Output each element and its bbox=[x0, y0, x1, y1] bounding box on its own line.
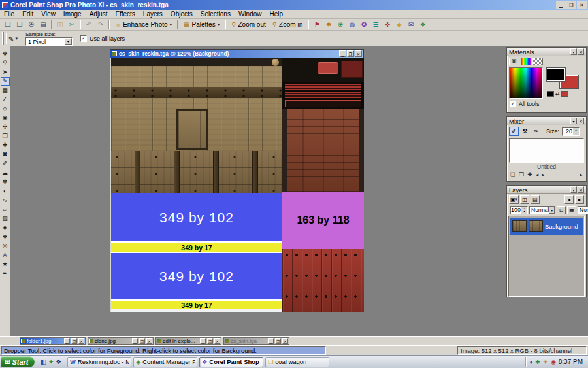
sample-size-select[interactable]: 1 Pixel ▾ bbox=[25, 37, 73, 46]
materials-panel-menu-button[interactable]: ▾ bbox=[570, 48, 577, 55]
materials-rainbow-tab[interactable] bbox=[521, 58, 531, 65]
open-icon[interactable]: ❐ bbox=[14, 20, 25, 30]
document-canvas[interactable]: 349 by 102 349 by 17 349 by 102 349 by 1… bbox=[111, 58, 364, 312]
toolbar-icon-10[interactable]: ❖ bbox=[417, 20, 429, 30]
mixer-canvas[interactable] bbox=[509, 138, 584, 163]
menu-objects[interactable]: Objects bbox=[167, 10, 197, 18]
pan-tool[interactable]: ✥ bbox=[1, 50, 10, 58]
materials-frame-tab[interactable]: ▣ bbox=[509, 58, 519, 65]
layers-next-button[interactable]: ▸ bbox=[575, 195, 584, 204]
dropper-tool[interactable]: ✎ bbox=[1, 77, 10, 86]
use-all-layers-checkbox[interactable]: ✓ Use all layers bbox=[80, 35, 125, 42]
undo-icon[interactable]: ↶ bbox=[83, 20, 95, 30]
task-button-paint-shop-pro[interactable]: ❖ Corel Paint Shop Pro ... bbox=[199, 357, 263, 367]
mixer-prev-icon[interactable]: ◂ bbox=[536, 171, 539, 178]
preset-shape-tool[interactable]: ★ bbox=[1, 260, 10, 269]
layers-panel-menu-button[interactable]: ▾ bbox=[570, 186, 577, 193]
background-eraser-tool[interactable]: ▨ bbox=[1, 214, 10, 223]
layer-opacity-stepper[interactable]: 100 ▴ ▾ bbox=[510, 206, 528, 214]
toolbar-icon-4[interactable]: ◍ bbox=[346, 20, 358, 30]
all-tools-checkbox[interactable]: ✓ bbox=[510, 101, 516, 107]
doc-tab-close-button[interactable]: ✕ bbox=[78, 338, 84, 344]
start-button[interactable]: ⊞ Start bbox=[1, 356, 35, 367]
doc-tab-minimize-button[interactable]: ▁ bbox=[200, 338, 206, 344]
menu-view[interactable]: View bbox=[37, 10, 59, 18]
doc-tab-folder1[interactable]: folder1.jpg ▁ ❐ ✕ bbox=[20, 337, 86, 345]
mixer-knife-tool[interactable]: ⚒ bbox=[520, 127, 530, 136]
mixer-add-icon[interactable]: ✚ bbox=[527, 171, 532, 178]
doc-tab-close-button[interactable]: ✕ bbox=[214, 338, 220, 344]
toolbar-icon-3[interactable]: ❀ bbox=[335, 20, 346, 30]
red-eye-tool[interactable]: ◉ bbox=[1, 114, 10, 122]
doc-tab-clone[interactable]: clone.jpg ▁ ❐ ✕ bbox=[88, 337, 154, 345]
menu-selections[interactable]: Selections bbox=[197, 10, 235, 18]
doc-tab-edit-in-explorer[interactable]: edit in explo... ▁ ❐ ✕ bbox=[155, 337, 221, 345]
perspective-tool[interactable]: ◇ bbox=[1, 105, 10, 113]
layers-prev-button[interactable]: ◂ bbox=[564, 195, 574, 204]
background-material-swatch[interactable] bbox=[561, 91, 568, 97]
crop-tool[interactable]: ▦ bbox=[1, 86, 10, 95]
lock-transparency-icon[interactable]: ⊡ bbox=[557, 206, 566, 214]
swap-colors-icon[interactable]: ⇄ bbox=[555, 91, 560, 97]
warp-brush-tool[interactable]: ✾ bbox=[1, 178, 10, 186]
new-icon[interactable]: ❏ bbox=[2, 20, 14, 30]
doc-tab-close-button[interactable]: ✕ bbox=[146, 338, 152, 344]
layers-panel-header[interactable]: Layers ▾ ✕ bbox=[507, 186, 586, 194]
scratch-remover-tool[interactable]: ✚ bbox=[1, 141, 10, 150]
doc-tab-minimize-button[interactable]: ▁ bbox=[132, 338, 138, 344]
stepper-down-icon[interactable]: ▾ bbox=[573, 131, 579, 135]
toolbar-icon-6[interactable]: ☰ bbox=[370, 20, 382, 30]
menu-adjust[interactable]: Adjust bbox=[86, 10, 112, 18]
menu-edit[interactable]: Edit bbox=[18, 10, 37, 18]
layers-edit-button[interactable]: ▤ bbox=[531, 195, 540, 204]
tray-icon-4[interactable]: ◉ bbox=[551, 359, 556, 365]
quick-launch-icon-3[interactable]: ❖ bbox=[56, 358, 61, 365]
blend-mode-select[interactable]: Normal ▾ bbox=[529, 206, 555, 214]
document-close-button[interactable]: ✕ bbox=[355, 50, 362, 57]
browse-icon[interactable]: ◫ bbox=[54, 20, 66, 30]
enhance-photo-button[interactable]: ☼ Enhance Photo ▾ bbox=[112, 20, 175, 30]
doc-tab-restore-button[interactable]: ❐ bbox=[275, 338, 281, 344]
object-remover-tool[interactable]: ✖ bbox=[1, 150, 10, 159]
tray-icon-3[interactable]: ☀ bbox=[543, 359, 548, 365]
restore-button[interactable]: ❐ bbox=[566, 1, 576, 9]
flood-fill-tool[interactable]: ◈ bbox=[1, 224, 10, 232]
toolbar-icon-8[interactable]: ◆ bbox=[393, 20, 405, 30]
mixer-new-page-icon[interactable]: ❏ bbox=[510, 171, 515, 178]
zoom-tool[interactable]: ⚲ bbox=[1, 59, 10, 67]
toolbar-icon-1[interactable]: ⚑ bbox=[311, 20, 323, 30]
palettes-button[interactable]: ▦ Palettes ▾ bbox=[180, 20, 223, 30]
doc-tab-minimize-button[interactable]: ▁ bbox=[268, 338, 274, 344]
mixer-panel-menu-button[interactable]: ▾ bbox=[570, 118, 577, 124]
tray-icon-2[interactable]: ✚ bbox=[535, 359, 540, 365]
toolbar-icon-2[interactable]: ✸ bbox=[323, 20, 335, 30]
mixer-panel-close-button[interactable]: ✕ bbox=[578, 118, 584, 124]
doc-tab-restore-button[interactable]: ❐ bbox=[71, 338, 77, 344]
quick-launch-icon-1[interactable]: ◧ bbox=[40, 358, 46, 365]
zoom-out-button[interactable]: ⚲ Zoom out bbox=[228, 20, 269, 30]
save-icon[interactable]: ✇ bbox=[25, 20, 37, 30]
scan-icon[interactable]: ✄ bbox=[66, 20, 78, 30]
menu-image[interactable]: Image bbox=[59, 10, 86, 18]
tool-presets-dropdown[interactable]: ✎ ▾ bbox=[6, 33, 20, 44]
layer-link-select[interactable]: None ▾ bbox=[578, 206, 588, 214]
materials-swatches-tab[interactable] bbox=[532, 58, 543, 65]
dodge-tool[interactable]: ◐ bbox=[1, 187, 10, 195]
layers-panel-close-button[interactable]: ✕ bbox=[578, 186, 584, 193]
materials-panel-header[interactable]: Materials ▾ ✕ bbox=[507, 48, 586, 56]
mixer-more-icon[interactable]: ▸ bbox=[580, 171, 583, 178]
color-picker[interactable] bbox=[509, 67, 543, 99]
close-button[interactable]: ✕ bbox=[577, 1, 587, 9]
materials-panel-close-button[interactable]: ✕ bbox=[578, 48, 584, 55]
pick-tool[interactable]: ➤ bbox=[1, 68, 10, 76]
task-button-reskinning-doc[interactable]: W Reskinning.doc - Microso... bbox=[67, 357, 131, 367]
document-minimize-button[interactable]: ▁ bbox=[339, 50, 346, 57]
menu-window[interactable]: Window bbox=[235, 10, 266, 18]
foreground-material-swatch[interactable] bbox=[547, 91, 554, 97]
paint-brush-tool[interactable]: ✐ bbox=[1, 159, 10, 168]
toolbar-grip[interactable] bbox=[2, 32, 4, 45]
toolbar-icon-9[interactable]: ✉ bbox=[405, 20, 417, 30]
menu-effects[interactable]: Effects bbox=[111, 10, 139, 18]
airbrush-tool[interactable]: ☁ bbox=[1, 169, 10, 177]
picture-tube-tool[interactable]: ◎ bbox=[1, 242, 10, 250]
